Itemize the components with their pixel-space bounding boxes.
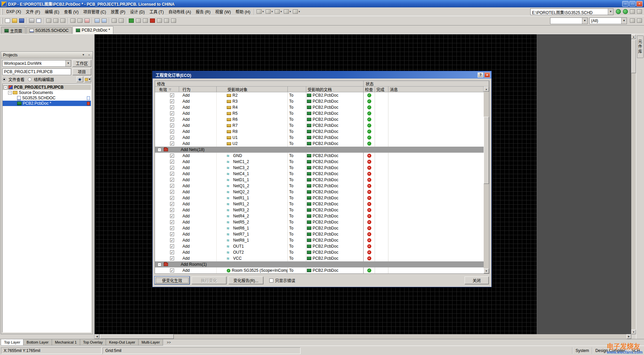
menu-item[interactable]: 自动布线 (A) xyxy=(166,8,193,15)
close-button[interactable]: × xyxy=(636,1,643,7)
zoom-window-icon[interactable] xyxy=(45,17,52,24)
panel-close-icon[interactable]: × xyxy=(87,53,92,57)
panel-menu-icon[interactable]: ▼ xyxy=(81,53,86,57)
place-bus-icon[interactable] xyxy=(135,17,142,24)
doc-tab-SG3525-SCHDOC[interactable]: SG3525.SCHDOC xyxy=(26,27,72,34)
checkbox[interactable]: ✓ xyxy=(170,136,174,140)
expand-toggle[interactable]: − xyxy=(158,148,161,152)
back-icon[interactable] xyxy=(615,8,622,15)
dialog-close-button[interactable]: × xyxy=(484,72,490,78)
checkbox[interactable]: ✓ xyxy=(170,208,174,212)
scroll-left-icon[interactable]: ◀ xyxy=(95,334,99,339)
eco-row[interactable]: ✓Add≈GNDToPCB2.PcbDoc× xyxy=(155,153,484,159)
layer-tab-top-layer[interactable]: Top Layer xyxy=(1,339,23,346)
column-header-object[interactable]: 受影响对象 xyxy=(217,87,288,92)
checkbox[interactable]: ✓ xyxy=(170,226,174,230)
toolbar-grip[interactable] xyxy=(2,18,3,24)
clear-filter-icon[interactable] xyxy=(84,17,91,24)
eco-row[interactable]: ✓Add≈NetR3_2ToPCB2.PcbDoc× xyxy=(155,207,484,213)
eco-row[interactable]: ✓AddR2ToPCB2.PcbDoc✓ xyxy=(155,92,484,98)
eco-row[interactable]: ✓Add≈NetR7_1ToPCB2.PcbDoc× xyxy=(155,231,484,237)
checkbox[interactable]: ✓ xyxy=(170,190,174,194)
print-preview-icon[interactable] xyxy=(35,17,42,24)
toolbar-grip[interactable] xyxy=(2,9,3,15)
eco-row[interactable]: ✓Add≈NetQ2_2ToPCB2.PcbDoc× xyxy=(155,189,484,195)
eco-row[interactable]: ✓Add≈NetR6_1ToPCB2.PcbDoc× xyxy=(155,225,484,231)
expand-toggle[interactable]: − xyxy=(8,91,12,95)
eco-row[interactable]: ✓AddR4ToPCB2.PcbDoc✓ xyxy=(155,104,484,110)
menu-item[interactable]: DXP (X) xyxy=(4,8,23,15)
checkbox[interactable]: ✓ xyxy=(170,93,174,97)
scroll-thumb[interactable] xyxy=(100,334,174,339)
wiring-tool-icon[interactable]: ▾ xyxy=(256,8,265,15)
scroll-thumb[interactable] xyxy=(631,40,636,73)
tree-item-project[interactable]: −PCB_PROJECT1.PRJPCB xyxy=(3,85,91,90)
workspace-combo[interactable]: Workspace1.DsnWrk ▼ xyxy=(2,60,71,67)
menu-item[interactable]: 帮助 (H) xyxy=(233,8,253,15)
doc-tab-PCB2-PcbDoc-[interactable]: PCB2.PcbDoc * xyxy=(72,26,113,34)
libraries-panel-tab[interactable]: 元件库 xyxy=(637,36,644,58)
place-power-port-icon[interactable] xyxy=(149,17,156,24)
checkbox[interactable]: ✓ xyxy=(170,117,174,121)
layer-tab-keep-out-layer[interactable]: Keep-Out Layer xyxy=(106,339,139,346)
new-doc-icon[interactable] xyxy=(4,17,11,24)
checkbox[interactable]: ✓ xyxy=(170,105,174,109)
chevron-down-icon[interactable]: ▼ xyxy=(65,60,71,66)
menu-item[interactable]: 放置 (P) xyxy=(108,8,127,15)
checkbox[interactable]: ✓ xyxy=(170,238,174,242)
project-button[interactable]: 项目 xyxy=(72,68,91,75)
scroll-up-icon[interactable]: ▲ xyxy=(484,87,489,92)
checkbox[interactable]: ✓ xyxy=(170,123,174,128)
eco-dialog-title-bar[interactable]: 工程变化订单(ECO) ? × xyxy=(153,71,491,79)
checkbox[interactable]: ✓ xyxy=(170,172,174,176)
place-part-icon[interactable] xyxy=(142,17,149,24)
column-header-done[interactable]: 完成 xyxy=(375,87,388,92)
menu-item[interactable]: 工具 (T) xyxy=(147,8,166,15)
address-combo[interactable]: E:\POROTEL图集\SG3525.SCHD ▼ xyxy=(530,8,613,15)
panel-button-sch[interactable]: SCH xyxy=(628,347,643,354)
eco-row[interactable]: ✓AddU1ToPCB2.PcbDoc✓ xyxy=(155,135,484,141)
checkbox[interactable]: ✓ xyxy=(170,160,174,164)
eco-row[interactable]: ✓Add≈NetR8_1ToPCB2.PcbDoc× xyxy=(155,237,484,243)
tree-item-sch[interactable]: SG3525.SCHDOC xyxy=(3,95,91,101)
checkbox[interactable]: ✓ xyxy=(170,184,174,188)
menu-item[interactable]: 项目管理 (C) xyxy=(81,8,108,15)
eco-row[interactable]: ✓Add≈NetC1_2ToPCB2.PcbDoc× xyxy=(155,159,484,165)
column-header-enabled[interactable]: 有效▽ xyxy=(155,87,179,92)
column-header-message[interactable]: 消息 xyxy=(388,87,484,92)
eco-row[interactable]: ✓Add≈NetR1_2ToPCB2.PcbDoc× xyxy=(155,201,484,207)
checkbox[interactable]: ✓ xyxy=(170,130,174,134)
canvas-vertical-scrollbar[interactable]: ▲ ▼ xyxy=(631,34,636,334)
eco-row[interactable]: ✓AddR6ToPCB2.PcbDoc✓ xyxy=(155,116,484,122)
panel-button-system[interactable]: System xyxy=(572,347,592,354)
checkbox[interactable]: ✓ xyxy=(170,99,174,103)
tree-item-folder[interactable]: −Source Documents xyxy=(3,90,91,95)
nav-dropdown-icon[interactable] xyxy=(629,8,636,15)
folder-options-button[interactable]: ▼ xyxy=(85,77,91,82)
checkbox[interactable]: ✓ xyxy=(170,154,174,158)
checkbox[interactable]: ✓ xyxy=(170,256,174,260)
panel-button-design-compiler[interactable]: Design Compiler xyxy=(592,347,628,354)
preview-toggle-button[interactable] xyxy=(76,77,83,82)
column-header-action[interactable]: 行为 xyxy=(179,87,217,92)
eco-row[interactable]: ✓AddU2ToPCB2.PcbDoc✓ xyxy=(155,141,484,147)
eco-row[interactable]: ✓AddR5ToPCB2.PcbDoc✓ xyxy=(155,110,484,116)
favorites-icon[interactable] xyxy=(636,8,643,15)
eco-row[interactable]: ✓AddR3ToPCB2.PcbDoc✓ xyxy=(155,98,484,104)
column-header-to[interactable] xyxy=(288,87,306,92)
document-options-icon[interactable] xyxy=(636,17,643,24)
eco-row[interactable]: ✓Add≈NetR4_2ToPCB2.PcbDoc× xyxy=(155,213,484,219)
checkbox[interactable]: ✓ xyxy=(170,250,174,254)
undo-icon[interactable] xyxy=(94,17,101,24)
checkbox[interactable]: ✓ xyxy=(170,232,174,236)
eco-row[interactable]: ✓Add≈NetQ1_2ToPCB2.PcbDoc× xyxy=(155,183,484,189)
cross-probe-icon[interactable] xyxy=(111,17,118,24)
eco-section-row[interactable]: −Add Rooms(1) xyxy=(155,261,484,267)
dialog-help-button[interactable]: ? xyxy=(478,72,483,78)
chevron-down-icon[interactable]: ▼ xyxy=(608,9,613,15)
expand-toggle[interactable]: − xyxy=(158,263,161,266)
forward-icon[interactable] xyxy=(622,8,629,15)
menu-item[interactable]: 查看 (V) xyxy=(62,8,81,15)
mask-clear-icon[interactable] xyxy=(629,17,636,24)
scroll-down-icon[interactable]: ▼ xyxy=(484,268,489,273)
